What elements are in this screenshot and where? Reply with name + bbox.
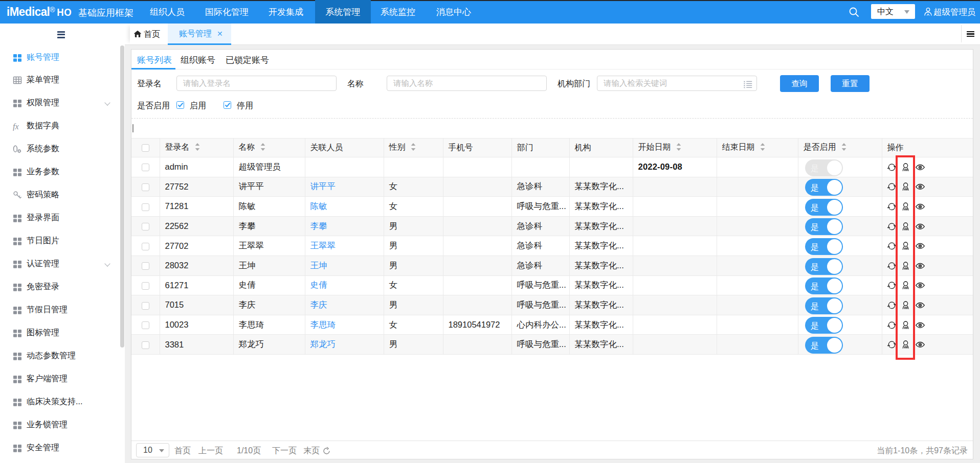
- svg-text:fx: fx: [13, 122, 19, 131]
